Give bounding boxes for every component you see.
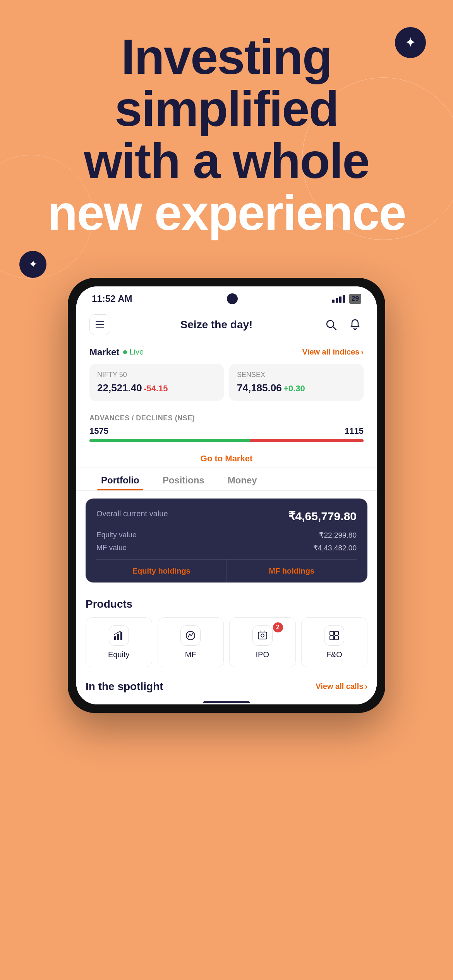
svg-point-11 <box>261 634 264 637</box>
spotlight-title: In the spotlight <box>86 680 163 693</box>
svg-rect-6 <box>114 636 116 640</box>
sensex-name: SENSEX <box>237 371 356 379</box>
spotlight-section: In the spotlight View all calls › <box>76 675 377 701</box>
menu-button[interactable] <box>89 314 110 335</box>
status-bar: 11:52 AM 29 <box>76 286 377 308</box>
product-equity[interactable]: Equity <box>86 617 152 667</box>
mf-icon <box>180 625 201 646</box>
phone-mockup: 11:52 AM 29 <box>0 278 453 713</box>
svg-rect-8 <box>120 632 122 640</box>
hero-line1: Investing <box>23 31 430 83</box>
ipo-icon <box>252 625 273 646</box>
svg-rect-14 <box>330 636 334 640</box>
products-grid: Equity MF <box>86 617 367 667</box>
mf-label: MF value <box>96 543 127 552</box>
portfolio-overall-label: Overall current value <box>96 509 168 518</box>
mf-value: ₹4,43,482.00 <box>313 543 357 552</box>
hero-line2: simplified <box>23 83 430 135</box>
fno-label: F&O <box>326 650 342 659</box>
equity-row: Equity value ₹22,299.80 <box>96 531 357 540</box>
market-title-row: Market Live <box>89 347 144 358</box>
ipo-label: IPO <box>256 650 269 659</box>
search-icon-button[interactable] <box>323 316 340 333</box>
tab-money[interactable]: Money <box>216 468 269 490</box>
svg-rect-10 <box>258 632 267 639</box>
signal-icon <box>332 295 346 303</box>
tabs-row: Portfolio Positions Money <box>76 468 377 491</box>
menu-line <box>96 324 104 325</box>
app-greeting: Seize the day! <box>180 319 253 331</box>
mf-holdings-button[interactable]: MF holdings <box>227 560 357 583</box>
market-section: Market Live View all indices › NIFTY 50 <box>76 341 377 414</box>
go-to-market-button[interactable]: Go to Market <box>201 454 252 463</box>
home-bar <box>76 701 377 704</box>
decline-count: 1115 <box>345 426 364 436</box>
tab-portfolio[interactable]: Portfolio <box>89 468 151 490</box>
svg-rect-0 <box>332 300 335 303</box>
advances-green-bar <box>89 439 250 442</box>
equity-label: Equity <box>108 650 130 659</box>
svg-rect-2 <box>339 296 341 303</box>
equity-value: ₹22,299.80 <box>319 531 357 540</box>
advances-section: ADVANCES / DECLINES (NSE) 1575 1115 <box>76 414 377 448</box>
advances-numbers: 1575 1115 <box>89 426 364 436</box>
mf-label: MF <box>185 650 196 659</box>
nifty-change: -54.15 <box>144 384 168 393</box>
svg-rect-3 <box>343 295 345 303</box>
sensex-change: +0.30 <box>283 384 305 393</box>
mf-row: MF value ₹4,43,482.00 <box>96 543 357 552</box>
market-label: Market <box>89 347 119 358</box>
phone-screen: 11:52 AM 29 <box>76 286 377 704</box>
home-indicator <box>203 701 250 703</box>
view-all-calls-link[interactable]: View all calls › <box>316 682 367 691</box>
equity-label: Equity value <box>96 531 137 540</box>
product-mf[interactable]: MF <box>158 617 224 667</box>
market-header: Market Live View all indices › <box>89 347 364 358</box>
nifty-value: 22,521.40 <box>97 382 142 394</box>
ipo-badge: 2 <box>273 622 283 632</box>
nifty-card[interactable]: NIFTY 50 22,521.40 -54.15 <box>89 364 224 401</box>
sensex-value: 74,185.06 <box>237 382 282 394</box>
go-to-market-section: Go to Market <box>76 448 377 468</box>
product-ipo[interactable]: 2 IPO <box>229 617 296 667</box>
products-title: Products <box>86 598 367 610</box>
portfolio-card: Overall current value ₹4,65,779.80 Equit… <box>86 499 367 583</box>
phone-frame: 11:52 AM 29 <box>68 278 385 713</box>
product-fno[interactable]: F&O <box>301 617 368 667</box>
live-badge: Live <box>123 348 144 356</box>
advances-bar <box>89 439 364 442</box>
header-icons <box>323 316 364 333</box>
sensex-card[interactable]: SENSEX 74,185.06 +0.30 <box>229 364 364 401</box>
svg-rect-12 <box>330 631 334 635</box>
live-dot <box>123 350 127 354</box>
nifty-value-row: 22,521.40 -54.15 <box>97 382 216 394</box>
spotlight-header: In the spotlight View all calls › <box>86 680 367 693</box>
portfolio-overall-value: ₹4,65,779.80 <box>288 509 357 523</box>
hero-title: Investing simplified with a whole new ex… <box>23 31 430 239</box>
svg-rect-13 <box>335 631 338 635</box>
tab-positions[interactable]: Positions <box>151 468 216 490</box>
portfolio-overall: Overall current value ₹4,65,779.80 <box>96 509 357 523</box>
equity-holdings-button[interactable]: Equity holdings <box>96 560 226 583</box>
menu-line <box>96 327 104 329</box>
sparkle-bottom-left: ✦ <box>19 251 46 278</box>
hero-section: ✦ Investing simplified with a whole new … <box>0 0 453 255</box>
sparkle-top-right[interactable]: ✦ <box>395 27 426 58</box>
portfolio-actions: Equity holdings MF holdings <box>96 559 357 583</box>
battery-icon: 29 <box>349 294 361 304</box>
svg-line-5 <box>333 327 336 330</box>
notification-icon-button[interactable] <box>347 316 364 333</box>
camera-dot <box>227 293 238 304</box>
sensex-value-row: 74,185.06 +0.30 <box>237 382 356 394</box>
svg-rect-15 <box>335 636 338 640</box>
products-section: Products Equity <box>76 590 377 675</box>
advance-count: 1575 <box>89 426 108 436</box>
svg-rect-7 <box>117 634 119 640</box>
hero-line3: with a whole <box>23 135 430 187</box>
live-text: Live <box>129 348 144 356</box>
status-time: 11:52 AM <box>92 293 132 304</box>
view-all-indices-link[interactable]: View all indices › <box>302 348 364 356</box>
app-header: Seize the day! <box>76 308 377 341</box>
menu-line <box>96 321 104 322</box>
nifty-name: NIFTY 50 <box>97 371 216 379</box>
